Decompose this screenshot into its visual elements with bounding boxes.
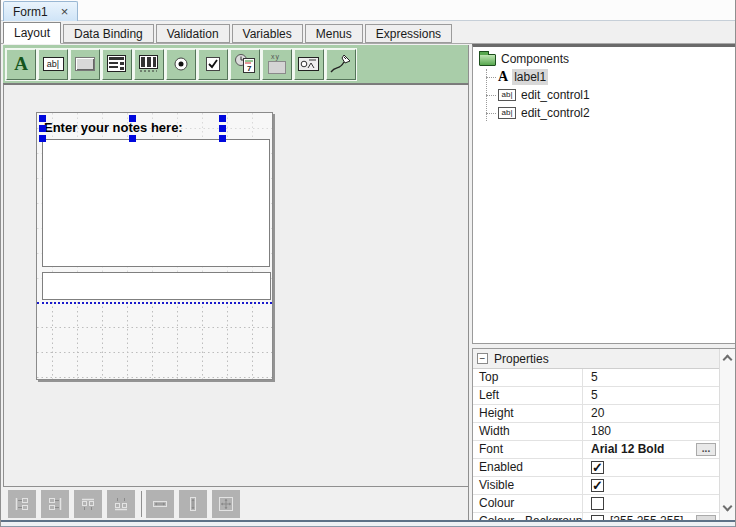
check-box-tool-button[interactable] [198, 49, 228, 80]
tab-label: Layout [14, 26, 50, 40]
form-edit-control2[interactable] [42, 272, 271, 300]
tree-item-edit-control1[interactable]: ab| edit_control1 [473, 86, 736, 104]
tree-branch-line [486, 95, 496, 96]
button-tool-button[interactable] [70, 49, 100, 80]
property-row-width: Width 180 [473, 423, 719, 441]
property-name: Width [473, 423, 583, 440]
properties-panel: − Properties Top 5 Left 5 Height 20 Widt… [472, 348, 736, 527]
document-tab-form1[interactable]: Form1 × [3, 1, 78, 21]
tab-layout[interactable]: Layout [3, 22, 61, 44]
list-box-tool-icon [106, 54, 128, 74]
xy-panel-tool-button[interactable]: xy [262, 49, 292, 80]
property-row-top: Top 5 [473, 369, 719, 387]
folder-icon [479, 54, 496, 66]
properties-scrollbar[interactable] [719, 349, 735, 526]
edit-box-tool-button[interactable]: ab| [38, 49, 68, 80]
align-top-icon [80, 496, 96, 512]
property-value[interactable]: 5 [583, 369, 719, 386]
same-width-button[interactable] [146, 490, 174, 518]
property-value-text: Arial 12 Bold [591, 441, 664, 458]
property-value-text: 180 [591, 423, 611, 440]
property-name: Left [473, 387, 583, 404]
design-form[interactable]: Enter your notes here: [36, 112, 273, 380]
collapse-icon[interactable]: − [477, 353, 488, 364]
property-value[interactable]: 180 [583, 423, 719, 440]
selection-handle-e[interactable] [219, 125, 226, 132]
property-value [583, 495, 719, 512]
tab-expressions[interactable]: Expressions [365, 24, 452, 43]
label-tool-icon: A [14, 54, 28, 74]
radio-button-tool-button[interactable] [166, 49, 196, 80]
signature-pen-tool-button[interactable] [326, 49, 356, 80]
form-edit-control1[interactable] [42, 139, 270, 267]
enabled-checkbox[interactable] [591, 461, 604, 474]
selection-handle-n[interactable] [129, 115, 136, 122]
grid-tool-button[interactable] [134, 49, 164, 80]
property-row-visible: Visible [473, 477, 719, 495]
selection-handle-s[interactable] [129, 135, 136, 142]
components-root-item[interactable]: Components [473, 50, 736, 68]
date-time-tool-button[interactable]: 7 [230, 49, 260, 80]
xy-panel-tool-icon: xy [268, 61, 286, 74]
colour-checkbox[interactable] [591, 497, 604, 510]
property-value-text: 5 [591, 387, 598, 404]
tree-branch-line [486, 113, 496, 114]
image-tool-button[interactable] [294, 49, 324, 80]
right-panel: Components A label1 ab| edit_control1 ab… [472, 44, 736, 527]
property-row-colour: Colour [473, 495, 719, 513]
same-size-button[interactable] [212, 490, 240, 518]
property-row-font: Font Arial 12 Bold ... [473, 441, 719, 459]
tab-variables[interactable]: Variables [232, 24, 303, 43]
tab-validation[interactable]: Validation [156, 24, 230, 43]
same-height-button[interactable] [179, 490, 207, 518]
list-box-tool-button[interactable] [102, 49, 132, 80]
property-row-height: Height 20 [473, 405, 719, 423]
align-top-button[interactable] [74, 490, 102, 518]
design-canvas[interactable]: Enter your notes here: [3, 84, 469, 487]
align-bottom-button[interactable] [107, 490, 135, 518]
property-value[interactable]: 5 [583, 387, 719, 404]
tab-label: Data Binding [74, 27, 143, 41]
scroll-down-icon[interactable] [723, 502, 733, 512]
align-left-icon [14, 496, 30, 512]
property-value-text: 20 [591, 405, 604, 422]
check-box-tool-icon [203, 54, 223, 74]
same-size-icon [218, 496, 234, 512]
property-value-text: 5 [591, 369, 598, 386]
align-left-button[interactable] [8, 490, 36, 518]
align-right-icon [47, 496, 63, 512]
selection-handle-w[interactable] [39, 125, 46, 132]
selection-handle-ne[interactable] [219, 115, 226, 122]
close-icon[interactable]: × [61, 5, 69, 18]
property-name: Top [473, 369, 583, 386]
property-row-left: Left 5 [473, 387, 719, 405]
property-name: Visible [473, 477, 583, 494]
same-height-icon [185, 496, 201, 512]
property-name: Height [473, 405, 583, 422]
align-right-button[interactable] [41, 490, 69, 518]
selection-handle-se[interactable] [219, 135, 226, 142]
image-tool-icon [297, 54, 321, 74]
font-picker-button[interactable]: ... [696, 443, 716, 456]
document-tab-strip: Form1 × [1, 0, 736, 21]
control-toolbox: A ab| [3, 45, 469, 84]
tree-item-edit-control2[interactable]: ab| edit_control2 [473, 104, 736, 122]
property-value [583, 459, 719, 476]
nav-tab-strip: Layout Data Binding Validation Variables… [1, 21, 736, 44]
property-name: Colour [473, 495, 583, 512]
properties-header[interactable]: − Properties [473, 349, 736, 369]
tab-menus[interactable]: Menus [305, 24, 363, 43]
property-value[interactable]: 20 [583, 405, 719, 422]
property-value[interactable]: Arial 12 Bold ... [583, 441, 719, 458]
visible-checkbox[interactable] [591, 479, 604, 492]
app-window: Form1 × Layout Data Binding Validation V… [0, 0, 736, 527]
tab-data-binding[interactable]: Data Binding [63, 24, 154, 43]
label-tool-button[interactable]: A [6, 49, 36, 80]
scroll-up-icon[interactable] [723, 355, 733, 365]
align-toolbar [3, 487, 469, 520]
selection-handle-sw[interactable] [39, 135, 46, 142]
selection-handle-nw[interactable] [39, 115, 46, 122]
tree-item-label1[interactable]: A label1 [473, 68, 736, 86]
tree-item-label: edit_control1 [521, 88, 590, 102]
components-panel: Components A label1 ab| edit_control1 ab… [472, 44, 736, 344]
